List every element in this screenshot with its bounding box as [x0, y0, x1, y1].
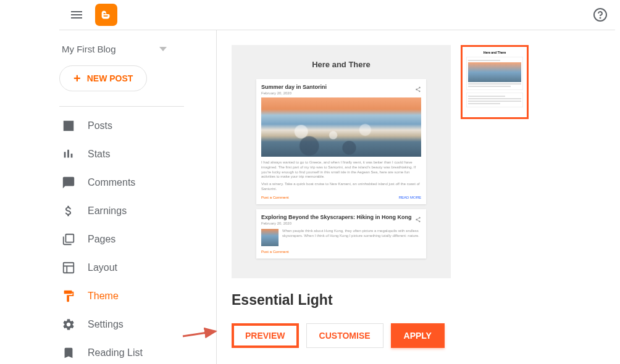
- new-post-button[interactable]: + NEW POST: [59, 65, 147, 91]
- theme-preview-thumbnail[interactable]: Here and There: [461, 45, 529, 119]
- svg-rect-2: [65, 234, 73, 242]
- preview-post-title: Exploring Beyond the Skyscrapers: Hiking…: [261, 214, 415, 220]
- share-icon: [415, 86, 421, 93]
- chevron-down-icon: [159, 47, 167, 51]
- theme-name: Essential Light: [232, 278, 605, 308]
- sidebar-divider: [59, 106, 184, 107]
- pages-icon: [62, 233, 75, 246]
- new-post-label: NEW POST: [87, 73, 133, 83]
- preview-post-excerpt: When people think about Hong Kong, they …: [261, 229, 421, 239]
- help-icon[interactable]: [593, 7, 608, 22]
- comments-icon: [62, 176, 75, 189]
- apply-button[interactable]: APPLY: [391, 323, 445, 348]
- sidebar-item-stats[interactable]: Stats: [59, 140, 184, 168]
- preview-post-image: [261, 97, 421, 157]
- reading-list-icon: [62, 346, 75, 360]
- sidebar-item-label: Pages: [88, 234, 115, 245]
- preview-blog-title: Here and There: [232, 60, 451, 69]
- sidebar-item-label: Comments: [88, 177, 135, 188]
- sidebar-item-label: Posts: [88, 120, 112, 131]
- plus-icon: +: [73, 72, 81, 85]
- sidebar-item-label: Layout: [88, 262, 117, 273]
- sidebar: My First Blog + NEW POST Posts Stats Com…: [0, 30, 216, 364]
- thumbnail-blog-title: Here and There: [466, 51, 523, 54]
- sidebar-item-layout[interactable]: Layout: [59, 254, 184, 282]
- theme-preview-large[interactable]: Here and There Summer day in Santorini F…: [232, 45, 451, 278]
- preview-post-card: Exploring Beyond the Skyscrapers: Hiking…: [256, 209, 426, 259]
- sidebar-item-label: Theme: [88, 291, 119, 302]
- preview-post-excerpt: I had always wanted to go to Greece, and…: [261, 160, 421, 180]
- preview-post-comment-link: Post a Comment: [261, 250, 289, 254]
- blog-selector[interactable]: My First Blog: [59, 30, 184, 65]
- preview-post-card: Summer day in Santorini February 20, 202…: [256, 79, 426, 204]
- preview-post-bullet: Visit a winery. Take a quick boat cruise…: [261, 182, 421, 192]
- main-content: Here and There Summer day in Santorini F…: [216, 30, 620, 364]
- preview-post-date: February 20, 2020: [261, 91, 327, 95]
- sidebar-item-reading-list[interactable]: Reading List: [59, 339, 184, 364]
- preview-post-date: February 20, 2020: [261, 221, 415, 225]
- earnings-icon: [62, 204, 75, 218]
- sidebar-item-label: Stats: [88, 149, 110, 160]
- theme-icon: [62, 289, 75, 303]
- settings-icon: [62, 318, 75, 331]
- hamburger-menu-icon[interactable]: [69, 7, 84, 22]
- preview-post-thumbnail: [261, 229, 279, 246]
- preview-post-readmore-link: READ MORE: [399, 196, 421, 199]
- sidebar-item-earnings[interactable]: Earnings: [59, 197, 184, 225]
- blog-name: My First Blog: [62, 44, 116, 54]
- sidebar-item-posts[interactable]: Posts: [59, 112, 184, 140]
- sidebar-item-settings[interactable]: Settings: [59, 310, 184, 339]
- sidebar-item-comments[interactable]: Comments: [59, 168, 184, 197]
- sidebar-item-theme[interactable]: Theme: [59, 282, 184, 310]
- sidebar-item-label: Reading List: [88, 347, 143, 358]
- svg-rect-3: [64, 263, 74, 273]
- sidebar-item-pages[interactable]: Pages: [59, 225, 184, 254]
- share-icon: [415, 217, 421, 223]
- svg-point-1: [600, 18, 601, 19]
- preview-post-title: Summer day in Santorini: [261, 84, 327, 90]
- stats-icon: [62, 147, 75, 161]
- layout-icon: [62, 261, 75, 275]
- sidebar-item-label: Settings: [88, 319, 124, 330]
- sidebar-item-label: Earnings: [88, 205, 127, 217]
- customise-button[interactable]: CUSTOMISE: [306, 323, 383, 348]
- preview-post-comment-link: Post a Comment: [261, 196, 289, 199]
- posts-icon: [62, 119, 75, 133]
- blogger-logo[interactable]: [95, 4, 117, 26]
- preview-button[interactable]: PREVIEW: [232, 323, 299, 348]
